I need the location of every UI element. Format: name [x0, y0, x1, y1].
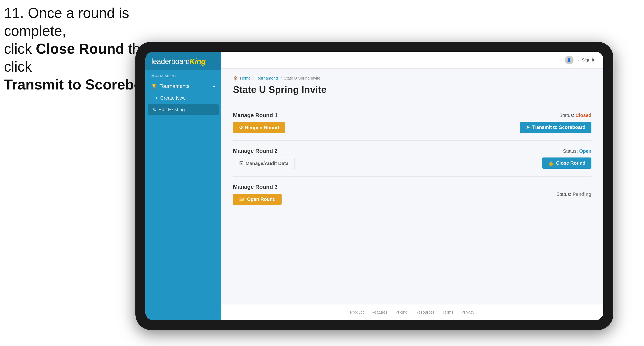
send-icon: ➤ [526, 125, 530, 130]
reload-icon: ↺ [239, 125, 243, 131]
breadcrumb-home[interactable]: Home [240, 76, 250, 81]
logo: leaderboardKing [151, 57, 206, 66]
footer-features[interactable]: Features [372, 310, 388, 315]
lock-icon: 🔒 [548, 160, 554, 166]
footer-resources[interactable]: Resources [416, 310, 435, 315]
close-round-label: Close Round [556, 160, 586, 166]
logo-area: leaderboardKing [145, 52, 221, 70]
round-3-status-value: Pending [572, 191, 592, 197]
edit-icon [152, 107, 156, 112]
chevron-down-icon [213, 83, 215, 89]
audit-icon: ☑ [239, 161, 244, 166]
sign-in-label: Sign In [582, 57, 596, 63]
footer-pricing[interactable]: Pricing [396, 310, 408, 315]
round-2-title: Manage Round 2 [233, 148, 295, 154]
footer-product[interactable]: Product [350, 310, 364, 315]
page-title: State U Spring Invite [233, 84, 592, 95]
transmit-scoreboard-button[interactable]: ➤ Transmit to Scoreboard [520, 122, 592, 133]
breadcrumb-sep1: / [252, 76, 254, 81]
open-round-label: Open Round [247, 196, 276, 202]
sidebar-item-edit-existing[interactable]: Edit Existing [148, 104, 219, 115]
tablet-device: leaderboardKing MAIN MENU Tournaments Cr… [136, 42, 613, 330]
breadcrumb-tournaments[interactable]: Tournaments [256, 76, 279, 81]
tablet-screen: leaderboardKing MAIN MENU Tournaments Cr… [145, 52, 604, 320]
content-area: 🏠 Home / Tournaments / State U Spring In… [221, 69, 604, 304]
reopen-round-label: Reopen Round [245, 125, 279, 131]
sidebar: leaderboardKing MAIN MENU Tournaments Cr… [145, 52, 221, 320]
logo-leaderboard: leaderboard [151, 57, 190, 66]
round-1-left: Manage Round 1 ↺ Reopen Round [233, 112, 285, 133]
round-2-left: Manage Round 2 ☑ Manage/Audit Data [233, 148, 295, 169]
footer-terms[interactable]: Terms [442, 310, 453, 315]
sign-in-button[interactable]: 👤 → Sign In [565, 56, 596, 64]
audit-data-button[interactable]: ☑ Manage/Audit Data [233, 158, 295, 169]
round-2-right: Status: Open 🔒 Close Round [542, 148, 592, 169]
sidebar-item-label-tournaments: Tournaments [160, 83, 190, 89]
close-round-button[interactable]: 🔒 Close Round [542, 158, 592, 169]
reopen-round-button[interactable]: ↺ Reopen Round [233, 122, 285, 133]
round-1-status: Status: Closed [559, 113, 592, 118]
round-2-status: Status: Open [563, 148, 592, 154]
main-content: 👤 → Sign In 🏠 Home / Tournaments / State… [221, 52, 604, 320]
top-bar: 👤 → Sign In [221, 52, 604, 69]
home-icon: 🏠 [233, 76, 238, 81]
round-3-left: Manage Round 3 📂 Open Round [233, 184, 282, 205]
round-1-status-value: Closed [576, 113, 592, 118]
round-3-row: Manage Round 3 📂 Open Round Status: Pend… [233, 176, 592, 212]
transmit-label: Transmit to Scoreboard [532, 125, 586, 130]
round-1-right: Status: Closed ➤ Transmit to Scoreboard [520, 113, 592, 133]
logo-king: King [190, 57, 206, 66]
trophy-icon [151, 83, 157, 89]
round-1-title: Manage Round 1 [233, 112, 285, 119]
user-icon: 👤 [566, 58, 572, 62]
breadcrumb: 🏠 Home / Tournaments / State U Spring In… [233, 76, 592, 81]
round-2-row: Manage Round 2 ☑ Manage/Audit Data Statu… [233, 141, 592, 176]
sidebar-item-label-create-new: Create New [160, 95, 186, 101]
open-round-button[interactable]: 📂 Open Round [233, 194, 282, 205]
open-icon: 📂 [239, 196, 245, 202]
sidebar-item-tournaments[interactable]: Tournaments [145, 80, 221, 92]
signin-icon: → [576, 57, 580, 63]
round-1-row: Manage Round 1 ↺ Reopen Round Status: Cl… [233, 105, 592, 141]
round-3-status: Status: Pending [556, 191, 592, 197]
footer: Product Features Pricing Resources Terms… [221, 304, 604, 320]
round-2-status-value: Open [579, 148, 592, 154]
audit-label: Manage/Audit Data [246, 161, 288, 166]
nav-item-inner: Tournaments [151, 83, 190, 89]
breadcrumb-current: State U Spring Invite [284, 76, 320, 81]
main-menu-label: MAIN MENU [145, 70, 221, 80]
user-avatar: 👤 [565, 56, 574, 64]
sidebar-item-label-edit-existing: Edit Existing [158, 107, 185, 112]
round-3-right: Status: Pending [556, 191, 592, 197]
plus-icon [155, 95, 158, 101]
breadcrumb-sep2: / [281, 76, 282, 81]
round-3-title: Manage Round 3 [233, 184, 282, 190]
footer-privacy[interactable]: Privacy [462, 310, 474, 315]
sidebar-item-create-new[interactable]: Create New [145, 92, 221, 104]
